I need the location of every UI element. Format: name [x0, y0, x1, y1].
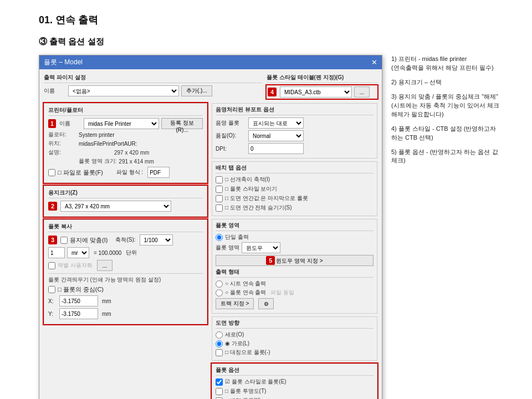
custom-scale-label: 역별 사용자화 [58, 262, 93, 269]
plotter-value: System printer [79, 132, 114, 138]
name-label: 이름 [44, 87, 66, 95]
location-label: 위치: [48, 140, 79, 147]
printer-section: 프린터/플로터 1 이름 midas File Printer 등록 정보(R)… [44, 103, 207, 183]
paper-size-section: 용지크기(Z) 2 A3, 297 x 420 mm [44, 186, 207, 217]
paper-size-section-label: 용지크기(Z) [48, 189, 203, 198]
add-button[interactable]: 추가(.)... [181, 85, 212, 96]
annotation-2: 2) 용지크기 – 선택 [391, 78, 510, 87]
shaded-plot-select[interactable]: 표시되는 대로 [248, 117, 304, 129]
scale-input[interactable] [48, 247, 65, 258]
printer-section-label: 프린터/플로터 [48, 106, 203, 116]
dialog-body: 출력 파이지 설정 이름 <없음> 추가(.)... 플롯 스타일 테이블(펜 … [39, 69, 382, 399]
fit-to-paper-label: 용지에 맞춤(I) [70, 236, 108, 244]
plot-style-enabled-checkbox[interactable] [216, 378, 223, 386]
system-output-radio[interactable] [216, 280, 223, 288]
printer-name-label: 이름 [59, 120, 81, 127]
background-label: □ 배경 플롯(K) [225, 397, 261, 399]
draw-viewports-last-label: □ 도면 연간값 은 마지막으로 롤롯 [225, 195, 308, 202]
badge-2: 2 [48, 202, 57, 211]
dialog-title: 플롯 – Model [44, 58, 83, 67]
batch-tab-label: 배치 탭 옵션 [216, 164, 374, 173]
badge-5: 5 [266, 256, 275, 265]
buffer-section: 음영처리된 뷰포트 옵션 음영 플롯 표시되는 대로 품질(O): No [212, 103, 377, 158]
annotation-5: 5) 플롯 옵션 - (반영하고자 하는 옵션 값체크) [391, 148, 510, 166]
annotation-3: 3) 용지의 맞춤 / 플롯의 중심체크 "해제"(시트에는 자동 축척 기능이… [391, 93, 510, 119]
custom-scale-checkbox[interactable] [48, 262, 55, 269]
name-select[interactable]: <없음> [68, 85, 179, 96]
quality-select[interactable]: Normal [248, 130, 304, 141]
location-value: midasFilePrintPortAUR: [79, 141, 137, 147]
transparency-label: □ 플롯 투명도(T) [225, 387, 266, 395]
portrait-label: 세로(O) [225, 331, 244, 339]
register-button[interactable]: 등록 정보(R)... [161, 118, 203, 129]
save-changes-checkbox[interactable] [216, 176, 223, 183]
plot-area-label: 플롯 영역 [216, 222, 374, 231]
scale-select[interactable]: 1/100 [140, 234, 173, 245]
main-title: 01. 연속 출력 [39, 13, 515, 27]
fit-to-paper-checkbox[interactable] [60, 237, 68, 244]
plot-continuous-label: ○ 플롯 연속 출력 [225, 289, 266, 296]
plot-area-section: 플롯 영역 단일 출력 플롯 영역 윈도우 [212, 219, 377, 314]
file-plot-checkbox[interactable] [48, 169, 55, 176]
landscape-label: ◉ 가로(L) [225, 340, 249, 347]
mirror-checkbox[interactable] [216, 349, 223, 356]
main-area: 프린터/플로터 1 이름 midas File Printer 등록 정보(R)… [44, 103, 377, 399]
window-area-btn[interactable]: 5윈도우 영역 지정 > [216, 255, 374, 266]
center-of-plot-label: □ 플롯의 중심(C) [58, 285, 104, 294]
left-column: 프린터/플로터 1 이름 midas File Printer 등록 정보(R)… [44, 103, 207, 399]
plot-options-label: 플롯 옵션 [216, 366, 374, 376]
x-input[interactable] [59, 295, 98, 306]
printer-name-select[interactable]: midas File Printer [84, 118, 159, 129]
badge-3: 3 [48, 236, 57, 244]
custom-scale-btn[interactable]: ... [97, 260, 112, 271]
draw-viewports-last-checkbox[interactable] [216, 195, 223, 202]
plot-offset-label: 플롯 간격띄우기 (인쇄 가능 영역의 원점 설정) [48, 276, 203, 284]
right-column: 음영처리된 뷰포트 옵션 음영 플롯 표시되는 대로 품질(O): No [212, 103, 377, 399]
unit-select[interactable]: mm [67, 247, 89, 258]
center-of-plot-checkbox[interactable] [48, 286, 55, 293]
badge-1: 1 [48, 119, 56, 128]
portrait-radio[interactable] [216, 331, 223, 339]
plot-style-label: 플롯 스타일 테이블(펜 지정)(G) [267, 74, 377, 83]
hide-paperspace-label: □ 도면 연간 전체 숨기기(S) [225, 204, 291, 212]
transparency-checkbox[interactable] [216, 388, 223, 395]
batch-tab-section: 배치 탭 옵션 □ 선개축이 축적(I) □ 플롯 스타일 보이기 [212, 161, 377, 216]
paper-size-select[interactable]: A3, 297 x 420 mm [60, 201, 171, 212]
plot-style-extra-btn[interactable]: ... [354, 86, 370, 98]
save-changes-label: □ 선개축이 축적(I) [225, 176, 270, 183]
hide-paperspace-checkbox[interactable] [216, 204, 223, 212]
section-title: ③ 출력 옵션 설정 [39, 37, 515, 47]
file-format-input[interactable]: PDF [147, 167, 170, 178]
plot-style-visible-checkbox[interactable] [216, 186, 223, 193]
file-plot-label: □ 파일로 풀롯(F) [58, 168, 103, 177]
plot-scale-offset-section: 플롯 복사 3 용지에 맞춤(I) 축척(S): 1/100 [44, 219, 207, 324]
plot-dialog: 플롯 – Model ✕ 출력 파이지 설정 이름 <없음> [39, 55, 382, 399]
plot-style-enabled-label: ☑ 플롯 스타일로 플롯(E) [225, 378, 287, 386]
plot-options-section: 플롯 옵션 ☑ 플롯 스타일로 플롯(E) □ 플롯 투명도(T) [212, 364, 377, 399]
plot-style-select[interactable]: MIDAS_A3.ctb [280, 86, 352, 98]
plot-area-select[interactable]: 윈도우 [242, 242, 280, 253]
description-label: 설명: [48, 149, 79, 156]
output-page-label: 출력 파이지 설정 [44, 74, 262, 83]
dpi-input[interactable] [248, 143, 304, 154]
plotter-label: 플로터: [48, 131, 79, 139]
background-checkbox[interactable] [216, 397, 223, 400]
y-input[interactable] [59, 308, 98, 319]
dialog-close-button[interactable]: ✕ [371, 58, 377, 66]
annotation-4: 4) 플롯 스타일 - CTB 설정 (반영하고자하는 CTB 선택) [391, 125, 510, 142]
dialog-titlebar: 플롯 – Model ✕ [39, 55, 382, 69]
landscape-radio[interactable] [216, 340, 223, 347]
direction-label: 도면 방향 [216, 319, 374, 329]
output-type-label: 출력 형태 [216, 268, 374, 278]
plot-continuous-radio[interactable] [216, 289, 223, 296]
badge-4: 4 [268, 88, 277, 96]
plot-style-visible-label: □ 플롯 스타일 보이기 [225, 185, 277, 193]
track-btn[interactable]: 트랙 지정 > [216, 298, 254, 309]
page-container: 01. 연속 출력 ③ 출력 옵션 설정 플롯 – Model ✕ 출력 파이지… [0, 0, 532, 399]
single-output-radio[interactable] [216, 234, 223, 241]
direction-section: 도면 방향 세로(O) ◉ 가로(L) □ 대칭으로 [212, 316, 377, 361]
buffer-section-label: 음영처리된 뷰포트 옵션 [216, 106, 374, 115]
annotations: 1) 프린터 - midas file printer(연속출력을 위해서 해당… [391, 55, 510, 171]
gear-btn[interactable]: ⚙ [258, 298, 274, 309]
system-output-label: ○ 시트 연속 출력 [225, 280, 266, 288]
